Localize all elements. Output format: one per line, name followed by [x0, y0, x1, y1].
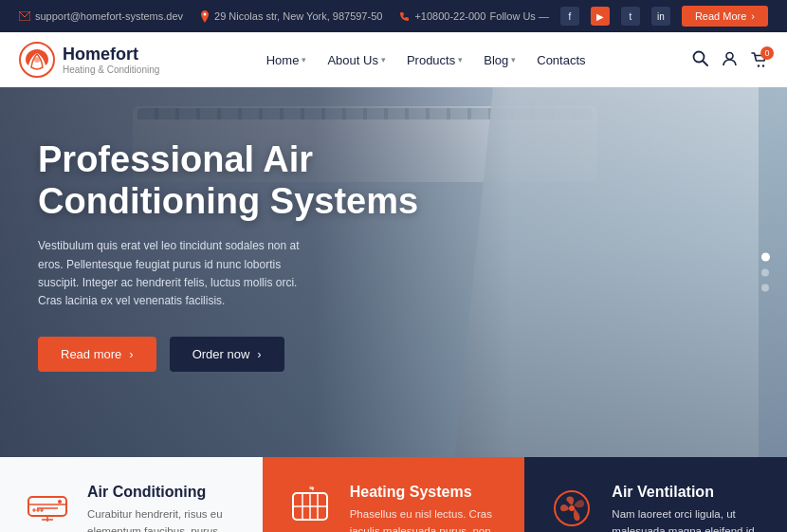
ac-icon-wrap	[23, 484, 72, 532]
svg-point-6	[726, 52, 733, 59]
search-icon	[692, 50, 708, 66]
nav-home[interactable]: Home▾	[266, 53, 307, 67]
air-conditioning-icon	[23, 484, 72, 532]
account-button[interactable]	[722, 50, 738, 70]
topbar-read-more-button[interactable]: Read More ›	[682, 6, 768, 27]
slider-dot-1[interactable]	[761, 253, 770, 262]
nav-icons: 0	[692, 50, 768, 70]
search-button[interactable]	[692, 50, 708, 70]
navbar: Homefort Heating & Conditioning Home▾ Ab…	[0, 32, 787, 87]
nav-contacts[interactable]: Contacts	[537, 53, 585, 67]
heat-card-body: Heating Systems Phasellus eu nisl lectus…	[350, 484, 503, 532]
nav-products[interactable]: Products▾	[407, 53, 463, 67]
logo-text: Homefort Heating & Conditioning	[63, 45, 159, 75]
hero-section: Professional Air Conditioning Systems Ve…	[0, 87, 787, 457]
svg-point-14	[58, 500, 62, 504]
svg-point-3	[34, 57, 40, 63]
vent-card-desc: Nam laoreet orci ligula, ut malesuada ma…	[612, 506, 764, 532]
phone-info: +10800-22-000	[399, 10, 485, 22]
nav-links: Home▾ About Us▾ Products▾ Blog▾ Contacts	[266, 53, 586, 67]
twitter-icon[interactable]: t	[621, 7, 640, 26]
phone-icon	[399, 11, 410, 22]
chevron-down-icon: ▾	[302, 55, 306, 64]
youtube-icon[interactable]: ▶	[591, 7, 610, 26]
chevron-down-icon: ▾	[381, 55, 386, 64]
heat-card-desc: Phasellus eu nisl lectus. Cras iaculis m…	[350, 506, 503, 532]
follow-label: Follow Us —	[490, 10, 549, 22]
svg-line-5	[703, 61, 707, 65]
hero-buttons: Read more › Order now ›	[38, 337, 436, 372]
hero-description: Vestibulum quis erat vel leo tincidunt s…	[38, 237, 322, 310]
read-more-button[interactable]: Read more ›	[38, 337, 156, 372]
svg-point-8	[762, 64, 764, 66]
card-air-conditioning: Air Conditioning Curabitur hendrerit, ri…	[0, 457, 263, 532]
vent-icon-wrap	[547, 484, 596, 532]
chevron-down-icon: ▾	[511, 55, 516, 64]
ventilation-icon	[547, 484, 596, 532]
card-heating: Heating Systems Phasellus eu nisl lectus…	[263, 457, 525, 532]
top-bar-right: Follow Us — f ▶ t in Read More ›	[490, 6, 768, 27]
slider-dot-3[interactable]	[761, 284, 769, 292]
svg-rect-9	[28, 497, 66, 516]
svg-point-25	[569, 505, 575, 511]
email-info: support@homefort-systems.dev	[19, 10, 183, 22]
ac-card-body: Air Conditioning Curabitur hendrerit, ri…	[87, 484, 240, 532]
address-info: 29 Nicolas str, New York, 987597-50	[200, 10, 382, 23]
cart-badge-count: 0	[760, 46, 774, 60]
user-icon	[722, 50, 738, 66]
ac-card-desc: Curabitur hendrerit, risus eu elementum …	[87, 506, 240, 532]
top-bar: support@homefort-systems.dev 29 Nicolas …	[0, 0, 787, 32]
hero-content: Professional Air Conditioning Systems Ve…	[0, 87, 474, 410]
heating-icon	[285, 484, 335, 532]
slider-dots	[761, 253, 770, 292]
ac-card-title: Air Conditioning	[87, 484, 240, 501]
slider-dot-2[interactable]	[761, 269, 769, 277]
logo: Homefort Heating & Conditioning	[19, 42, 159, 78]
top-bar-left: support@homefort-systems.dev 29 Nicolas …	[19, 10, 485, 23]
card-ventilation: Air Ventilation Nam laoreet orci ligula,…	[524, 457, 787, 532]
facebook-icon[interactable]: f	[560, 7, 579, 26]
linkedin-icon[interactable]: in	[651, 7, 670, 26]
logo-icon	[19, 42, 55, 78]
vent-card-body: Air Ventilation Nam laoreet orci ligula,…	[612, 484, 764, 532]
nav-about[interactable]: About Us▾	[327, 53, 385, 67]
chevron-down-icon: ▾	[458, 55, 463, 64]
order-now-button[interactable]: Order now ›	[170, 337, 284, 372]
nav-blog[interactable]: Blog▾	[484, 53, 516, 67]
svg-point-1	[204, 12, 207, 15]
cart-button[interactable]: 0	[751, 52, 768, 68]
heat-icon-wrap	[285, 484, 335, 532]
hero-title: Professional Air Conditioning Systems	[38, 139, 436, 222]
heat-card-title: Heating Systems	[350, 484, 503, 501]
location-icon	[200, 10, 210, 23]
vent-card-title: Air Ventilation	[612, 484, 764, 501]
feature-cards: Air Conditioning Curabitur hendrerit, ri…	[0, 457, 787, 532]
email-icon	[19, 11, 30, 21]
svg-point-7	[758, 64, 760, 66]
